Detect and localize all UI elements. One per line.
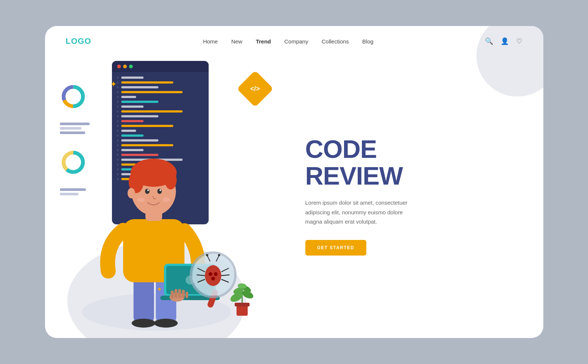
svg-rect-33 (182, 290, 185, 298)
nav: Home New Trend Company Collections Blog (203, 38, 373, 45)
svg-point-19 (157, 189, 162, 194)
nav-new[interactable]: New (231, 38, 242, 45)
logo: LOGO (66, 36, 91, 46)
nav-company[interactable]: Company (285, 38, 308, 45)
nav-collections[interactable]: Collections (322, 38, 349, 45)
svg-point-10 (132, 319, 155, 328)
sparkle-gold-1: ✦ (157, 285, 162, 293)
hero-subtext: Lorem ipsum dolor sit amet, consectetuer… (305, 198, 417, 227)
code-tag-icon: </> (237, 71, 273, 107)
user-icon[interactable]: 👤 (501, 37, 509, 45)
main-content: </> ✦ ✦ (45, 53, 543, 338)
svg-point-17 (165, 171, 177, 189)
svg-point-22 (137, 198, 145, 202)
illustration-area: </> ✦ ✦ (45, 53, 290, 338)
nav-home[interactable]: Home (203, 38, 218, 45)
sparkle-teal-1: ✦ (110, 79, 117, 89)
dot-green (129, 65, 133, 68)
code-tag-text: </> (250, 85, 260, 93)
main-card: LOGO Home New Trend Company Collections … (45, 26, 543, 338)
dot-yellow (123, 65, 127, 68)
svg-rect-32 (178, 289, 181, 298)
magnifier-illustration (186, 245, 242, 308)
svg-point-20 (147, 189, 149, 191)
svg-point-38 (205, 265, 221, 286)
panel-header (112, 61, 209, 72)
search-icon[interactable]: 🔍 (485, 37, 493, 45)
nav-blog[interactable]: Blog (362, 38, 373, 45)
svg-point-24 (128, 188, 135, 198)
header: LOGO Home New Trend Company Collections … (45, 26, 543, 53)
nav-icons: 🔍 👤 ♡ (485, 37, 522, 45)
nav-trend[interactable]: Trend (256, 38, 271, 45)
headline: CODE REVIEW (305, 136, 517, 189)
svg-rect-30 (171, 290, 174, 299)
svg-point-21 (160, 189, 161, 191)
dot-red (117, 65, 121, 68)
headline-line1: CODE (305, 135, 377, 163)
svg-point-11 (154, 319, 178, 328)
svg-point-41 (214, 272, 218, 276)
svg-point-40 (209, 272, 212, 276)
svg-point-42 (211, 277, 215, 280)
donut-chart-top (60, 83, 87, 110)
svg-rect-31 (174, 289, 177, 298)
svg-point-51 (206, 254, 208, 256)
heart-icon[interactable]: ♡ (516, 37, 522, 45)
cta-button[interactable]: GET STARTED (305, 240, 366, 256)
svg-point-52 (218, 254, 220, 256)
svg-point-18 (145, 189, 150, 194)
headline-line2: REVIEW (305, 162, 403, 190)
svg-point-23 (163, 198, 170, 202)
content-right: CODE REVIEW Lorem ipsum dolor sit amet, … (290, 53, 543, 338)
